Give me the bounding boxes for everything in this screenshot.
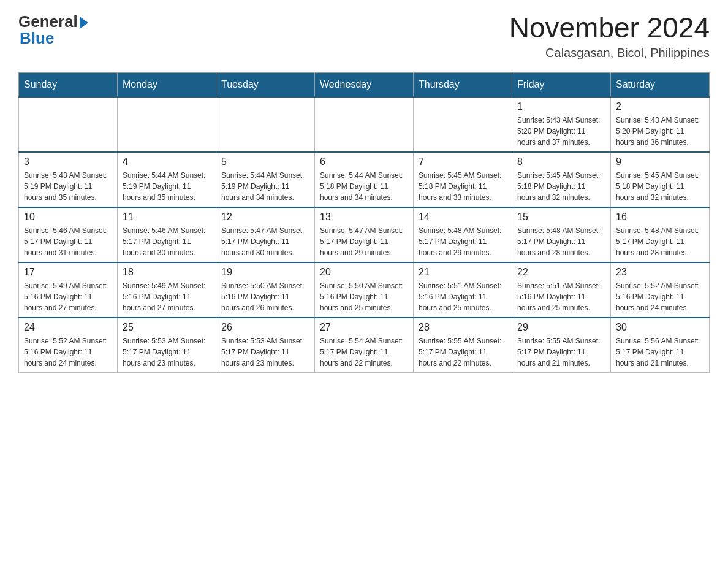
logo: General Blue: [18, 12, 88, 48]
day-header-sunday: Sunday: [19, 72, 118, 97]
calendar-cell: [118, 97, 216, 152]
calendar-cell: 25Sunrise: 5:53 AM Sunset: 5:17 PM Dayli…: [118, 318, 216, 373]
day-number: 28: [419, 322, 507, 333]
day-header-wednesday: Wednesday: [315, 72, 414, 97]
day-info: Sunrise: 5:48 AM Sunset: 5:17 PM Dayligh…: [616, 225, 704, 258]
calendar-subtitle: Calasgasan, Bicol, Philippines: [509, 46, 710, 60]
calendar-cell: 19Sunrise: 5:50 AM Sunset: 5:16 PM Dayli…: [216, 262, 315, 318]
day-info: Sunrise: 5:44 AM Sunset: 5:19 PM Dayligh…: [123, 170, 211, 203]
logo-triangle-icon: [80, 17, 88, 29]
day-number: 2: [616, 101, 704, 112]
day-number: 1: [517, 101, 605, 112]
day-info: Sunrise: 5:47 AM Sunset: 5:17 PM Dayligh…: [320, 225, 408, 258]
calendar-header-row: SundayMondayTuesdayWednesdayThursdayFrid…: [19, 72, 710, 97]
day-info: Sunrise: 5:44 AM Sunset: 5:19 PM Dayligh…: [221, 170, 309, 203]
day-number: 30: [616, 322, 704, 333]
calendar-cell: 15Sunrise: 5:48 AM Sunset: 5:17 PM Dayli…: [512, 207, 611, 262]
calendar-week-3: 10Sunrise: 5:46 AM Sunset: 5:17 PM Dayli…: [19, 207, 710, 262]
day-info: Sunrise: 5:43 AM Sunset: 5:19 PM Dayligh…: [24, 170, 112, 203]
day-info: Sunrise: 5:43 AM Sunset: 5:20 PM Dayligh…: [616, 115, 704, 148]
calendar-cell: 10Sunrise: 5:46 AM Sunset: 5:17 PM Dayli…: [19, 207, 118, 262]
calendar-cell: 23Sunrise: 5:52 AM Sunset: 5:16 PM Dayli…: [611, 262, 710, 318]
day-number: 25: [123, 322, 211, 333]
day-info: Sunrise: 5:46 AM Sunset: 5:17 PM Dayligh…: [24, 225, 112, 258]
day-info: Sunrise: 5:53 AM Sunset: 5:17 PM Dayligh…: [123, 335, 211, 369]
day-header-friday: Friday: [512, 72, 611, 97]
calendar-title: November 2024: [509, 12, 710, 44]
day-info: Sunrise: 5:45 AM Sunset: 5:18 PM Dayligh…: [419, 170, 507, 203]
day-info: Sunrise: 5:56 AM Sunset: 5:17 PM Dayligh…: [616, 335, 704, 369]
day-info: Sunrise: 5:50 AM Sunset: 5:16 PM Dayligh…: [320, 280, 408, 313]
calendar-cell: [19, 97, 118, 152]
day-number: 12: [221, 212, 309, 223]
day-number: 6: [320, 156, 408, 167]
calendar-week-2: 3Sunrise: 5:43 AM Sunset: 5:19 PM Daylig…: [19, 152, 710, 207]
calendar-cell: 21Sunrise: 5:51 AM Sunset: 5:16 PM Dayli…: [414, 262, 512, 318]
page-header: General Blue November 2024 Calasgasan, B…: [18, 12, 710, 60]
day-info: Sunrise: 5:44 AM Sunset: 5:18 PM Dayligh…: [320, 170, 408, 203]
day-number: 5: [221, 156, 309, 167]
calendar-cell: 5Sunrise: 5:44 AM Sunset: 5:19 PM Daylig…: [216, 152, 315, 207]
day-number: 29: [517, 322, 605, 333]
calendar-cell: 30Sunrise: 5:56 AM Sunset: 5:17 PM Dayli…: [611, 318, 710, 373]
day-number: 18: [123, 267, 211, 278]
calendar-week-5: 24Sunrise: 5:52 AM Sunset: 5:16 PM Dayli…: [19, 318, 710, 373]
day-number: 17: [24, 267, 112, 278]
day-info: Sunrise: 5:55 AM Sunset: 5:17 PM Dayligh…: [517, 335, 605, 369]
day-number: 22: [517, 267, 605, 278]
day-info: Sunrise: 5:49 AM Sunset: 5:16 PM Dayligh…: [123, 280, 211, 313]
calendar-cell: 3Sunrise: 5:43 AM Sunset: 5:19 PM Daylig…: [19, 152, 118, 207]
day-number: 15: [517, 212, 605, 223]
day-number: 16: [616, 212, 704, 223]
day-number: 4: [123, 156, 211, 167]
day-number: 8: [517, 156, 605, 167]
day-number: 13: [320, 212, 408, 223]
day-number: 3: [24, 156, 112, 167]
calendar-cell: 27Sunrise: 5:54 AM Sunset: 5:17 PM Dayli…: [315, 318, 414, 373]
day-header-monday: Monday: [118, 72, 216, 97]
day-number: 7: [419, 156, 507, 167]
calendar-cell: 18Sunrise: 5:49 AM Sunset: 5:16 PM Dayli…: [118, 262, 216, 318]
calendar-table: SundayMondayTuesdayWednesdayThursdayFrid…: [18, 72, 710, 373]
day-number: 11: [123, 212, 211, 223]
calendar-cell: 14Sunrise: 5:48 AM Sunset: 5:17 PM Dayli…: [414, 207, 512, 262]
day-info: Sunrise: 5:45 AM Sunset: 5:18 PM Dayligh…: [616, 170, 704, 203]
calendar-cell: 9Sunrise: 5:45 AM Sunset: 5:18 PM Daylig…: [611, 152, 710, 207]
calendar-cell: [315, 97, 414, 152]
day-info: Sunrise: 5:55 AM Sunset: 5:17 PM Dayligh…: [419, 335, 507, 369]
calendar-cell: 17Sunrise: 5:49 AM Sunset: 5:16 PM Dayli…: [19, 262, 118, 318]
calendar-cell: 16Sunrise: 5:48 AM Sunset: 5:17 PM Dayli…: [611, 207, 710, 262]
calendar-cell: [216, 97, 315, 152]
calendar-cell: 7Sunrise: 5:45 AM Sunset: 5:18 PM Daylig…: [414, 152, 512, 207]
calendar-cell: 20Sunrise: 5:50 AM Sunset: 5:16 PM Dayli…: [315, 262, 414, 318]
day-number: 20: [320, 267, 408, 278]
day-number: 26: [221, 322, 309, 333]
calendar-cell: 28Sunrise: 5:55 AM Sunset: 5:17 PM Dayli…: [414, 318, 512, 373]
calendar-cell: 6Sunrise: 5:44 AM Sunset: 5:18 PM Daylig…: [315, 152, 414, 207]
calendar-cell: 11Sunrise: 5:46 AM Sunset: 5:17 PM Dayli…: [118, 207, 216, 262]
calendar-cell: [414, 97, 512, 152]
day-info: Sunrise: 5:47 AM Sunset: 5:17 PM Dayligh…: [221, 225, 309, 258]
calendar-cell: 13Sunrise: 5:47 AM Sunset: 5:17 PM Dayli…: [315, 207, 414, 262]
day-info: Sunrise: 5:49 AM Sunset: 5:16 PM Dayligh…: [24, 280, 112, 313]
day-info: Sunrise: 5:51 AM Sunset: 5:16 PM Dayligh…: [419, 280, 507, 313]
day-number: 27: [320, 322, 408, 333]
day-info: Sunrise: 5:51 AM Sunset: 5:16 PM Dayligh…: [517, 280, 605, 313]
calendar-cell: 8Sunrise: 5:45 AM Sunset: 5:18 PM Daylig…: [512, 152, 611, 207]
calendar-cell: 29Sunrise: 5:55 AM Sunset: 5:17 PM Dayli…: [512, 318, 611, 373]
calendar-cell: 12Sunrise: 5:47 AM Sunset: 5:17 PM Dayli…: [216, 207, 315, 262]
day-number: 10: [24, 212, 112, 223]
day-number: 14: [419, 212, 507, 223]
day-header-tuesday: Tuesday: [216, 72, 315, 97]
day-info: Sunrise: 5:52 AM Sunset: 5:16 PM Dayligh…: [616, 280, 704, 313]
calendar-week-1: 1Sunrise: 5:43 AM Sunset: 5:20 PM Daylig…: [19, 97, 710, 152]
day-number: 24: [24, 322, 112, 333]
day-number: 19: [221, 267, 309, 278]
logo-blue-text: Blue: [20, 29, 54, 48]
calendar-cell: 2Sunrise: 5:43 AM Sunset: 5:20 PM Daylig…: [611, 97, 710, 152]
day-info: Sunrise: 5:48 AM Sunset: 5:17 PM Dayligh…: [419, 225, 507, 258]
calendar-cell: 22Sunrise: 5:51 AM Sunset: 5:16 PM Dayli…: [512, 262, 611, 318]
day-info: Sunrise: 5:54 AM Sunset: 5:17 PM Dayligh…: [320, 335, 408, 369]
calendar-week-4: 17Sunrise: 5:49 AM Sunset: 5:16 PM Dayli…: [19, 262, 710, 318]
day-header-saturday: Saturday: [611, 72, 710, 97]
